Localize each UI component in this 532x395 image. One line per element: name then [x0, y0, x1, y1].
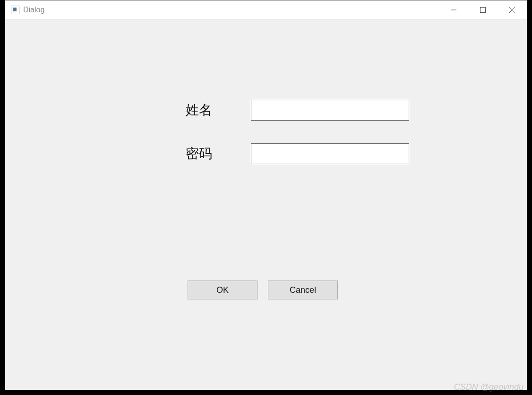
titlebar-left: Dialog — [5, 6, 44, 14]
client-area: 姓名 密码 OK Cancel — [5, 19, 527, 390]
dialog-window: Dialog 姓名 — [5, 0, 527, 390]
name-row: 姓名 — [156, 100, 409, 121]
name-label: 姓名 — [156, 101, 241, 119]
minimize-button[interactable] — [439, 0, 468, 19]
app-icon — [11, 6, 19, 14]
password-row: 密码 — [156, 143, 409, 164]
window-controls — [439, 0, 527, 19]
close-icon — [509, 7, 515, 13]
svg-rect-1 — [481, 7, 486, 12]
password-input[interactable] — [251, 143, 409, 164]
close-button[interactable] — [498, 0, 527, 19]
password-label: 密码 — [156, 145, 241, 163]
minimize-icon — [450, 7, 457, 13]
maximize-icon — [480, 7, 486, 13]
titlebar: Dialog — [5, 0, 527, 19]
maximize-button[interactable] — [468, 0, 498, 19]
name-input[interactable] — [251, 100, 409, 121]
button-row: OK Cancel — [188, 281, 338, 299]
window-title: Dialog — [23, 6, 44, 14]
cancel-button[interactable]: Cancel — [268, 281, 338, 299]
ok-button[interactable]: OK — [188, 281, 257, 299]
